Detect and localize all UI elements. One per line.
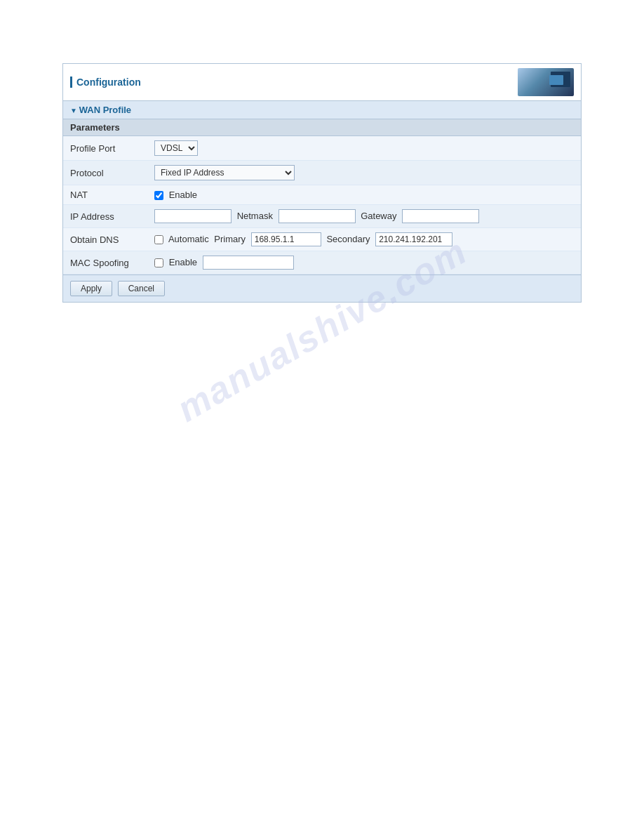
- select-protocol[interactable]: Fixed IP Address DHCP PPPoE: [154, 165, 295, 180]
- input-netmask[interactable]: [279, 209, 356, 223]
- panel-title: Configuration: [70, 77, 141, 88]
- input-mac-address[interactable]: [203, 256, 294, 270]
- nat-enable-text: Enable: [169, 190, 197, 200]
- row-obtain-dns: Obtain DNS Automatic Primary Secondary: [63, 228, 581, 251]
- apply-button[interactable]: Apply: [70, 281, 112, 296]
- auto-dns-checkbox[interactable]: [154, 235, 163, 244]
- mac-enable-text: Enable: [169, 257, 197, 267]
- mac-spoofing-checkbox[interactable]: [154, 258, 163, 267]
- select-profile-port[interactable]: VDSL ADSL ETH: [154, 140, 198, 156]
- label-profile-port: Profile Port: [63, 136, 147, 161]
- row-profile-port: Profile Port VDSL ADSL ETH: [63, 136, 581, 161]
- row-nat: NAT Enable: [63, 185, 581, 205]
- input-primary-dns[interactable]: [251, 232, 321, 246]
- label-protocol: Protocol: [63, 161, 147, 185]
- row-ip-address: IP Address Netmask Gateway: [63, 205, 581, 228]
- header-icon: [518, 68, 574, 96]
- label-secondary: Secondary: [326, 234, 370, 244]
- input-gateway[interactable]: [402, 209, 479, 223]
- label-primary: Primary: [214, 234, 246, 244]
- mac-enable-label[interactable]: Enable: [154, 257, 200, 267]
- params-header: Parameters: [63, 119, 581, 136]
- section-wan-profile: WAN Profile: [63, 101, 581, 119]
- input-secondary-dns[interactable]: [375, 232, 452, 246]
- main-panel: Configuration WAN Profile Parameters Pro…: [62, 63, 582, 303]
- cancel-button[interactable]: Cancel: [118, 281, 165, 296]
- input-ip-address[interactable]: [154, 209, 232, 223]
- label-nat: NAT: [63, 185, 147, 205]
- label-netmask: Netmask: [237, 211, 273, 221]
- label-mac-spoofing: MAC Spoofing: [63, 251, 147, 274]
- row-protocol: Protocol Fixed IP Address DHCP PPPoE: [63, 161, 581, 185]
- button-row: Apply Cancel: [63, 274, 581, 302]
- auto-dns-text: Automatic: [168, 234, 209, 244]
- nat-enable-label[interactable]: Enable: [154, 190, 197, 200]
- label-obtain-dns: Obtain DNS: [63, 228, 147, 251]
- form-table: Profile Port VDSL ADSL ETH Protocol Fixe…: [63, 136, 581, 274]
- label-ip-address: IP Address: [63, 205, 147, 228]
- row-mac-spoofing: MAC Spoofing Enable: [63, 251, 581, 274]
- label-gateway: Gateway: [361, 211, 396, 221]
- auto-dns-label[interactable]: Automatic: [154, 234, 211, 244]
- panel-header: Configuration: [63, 64, 581, 101]
- nat-checkbox[interactable]: [154, 191, 163, 200]
